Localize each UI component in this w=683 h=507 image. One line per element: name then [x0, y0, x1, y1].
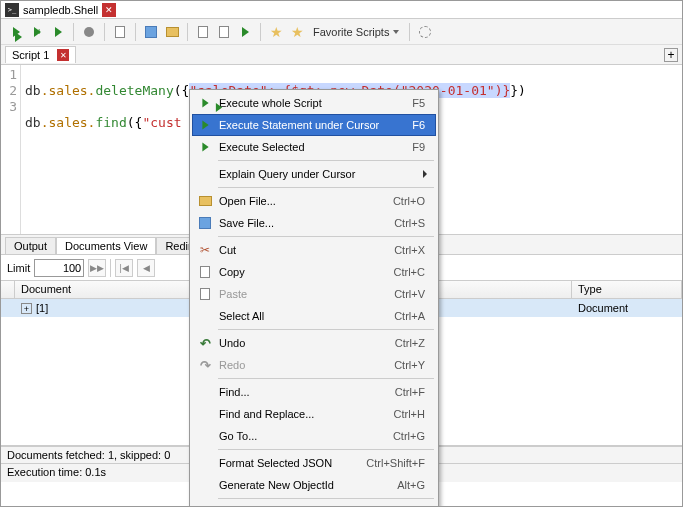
menu-item-open-file-[interactable]: Open File...Ctrl+O: [192, 190, 436, 212]
menu-item-save-file-[interactable]: Save File...Ctrl+S: [192, 212, 436, 234]
type-cell: Document: [572, 301, 682, 315]
line-gutter: 123: [1, 65, 21, 234]
menu-item-cut[interactable]: ✂CutCtrl+X: [192, 239, 436, 261]
main-toolbar: I ★ ★ Favorite Scripts: [1, 19, 682, 45]
explain-button[interactable]: [111, 23, 129, 41]
shell-icon: [5, 3, 19, 17]
menu-item-undo[interactable]: ↶UndoCtrl+Z: [192, 332, 436, 354]
next-page-button[interactable]: ▶▶: [88, 259, 106, 277]
menu-item-find-[interactable]: Find...Ctrl+F: [192, 381, 436, 403]
docs-icon: [195, 266, 215, 278]
favorite-scripts-dropdown[interactable]: Favorite Scripts: [309, 26, 403, 38]
expand-icon[interactable]: +: [21, 303, 32, 314]
submenu-arrow-icon: [423, 170, 427, 178]
run-button[interactable]: [236, 23, 254, 41]
save-button[interactable]: [142, 23, 160, 41]
menu-item-go-to-[interactable]: Go To...Ctrl+G: [192, 425, 436, 447]
limit-label: Limit: [7, 262, 30, 274]
menu-item-copy[interactable]: CopyCtrl+C: [192, 261, 436, 283]
paste-icon: [195, 288, 215, 300]
menu-item-format-selected-json[interactable]: Format Selected JSONCtrl+Shift+F: [192, 452, 436, 474]
limit-input[interactable]: [34, 259, 84, 277]
menu-item-explain-query-under-cursor[interactable]: Explain Query under Cursor: [192, 163, 436, 185]
script-tab-1[interactable]: Script 1 ✕: [5, 46, 76, 63]
close-tab-icon[interactable]: ✕: [102, 3, 116, 17]
close-script-icon[interactable]: ✕: [57, 49, 69, 61]
menu-item-generate-new-objectid[interactable]: Generate New ObjectIdAlt+G: [192, 474, 436, 496]
favorite-icon[interactable]: ★: [288, 23, 306, 41]
edit-button[interactable]: [194, 23, 212, 41]
menu-item-paste: PasteCtrl+V: [192, 283, 436, 305]
execute-script-button[interactable]: [7, 23, 25, 41]
play-i-icon: [195, 120, 215, 130]
scis-icon: ✂: [195, 243, 215, 257]
tab-documents-view[interactable]: Documents View: [56, 237, 156, 254]
open-button[interactable]: [163, 23, 181, 41]
title-bar: sampledb.Shell ✕: [1, 1, 682, 19]
col-type[interactable]: Type: [572, 281, 682, 298]
add-favorite-button[interactable]: ★: [267, 23, 285, 41]
settings-button[interactable]: [416, 23, 434, 41]
undo-icon: ↶: [195, 336, 215, 351]
doc-cell: [1]: [36, 302, 48, 314]
context-menu: Execute whole ScriptF5Execute Statement …: [189, 89, 439, 507]
menu-item-advanced[interactable]: Advanced: [192, 501, 436, 507]
execute-statement-button[interactable]: I: [28, 23, 46, 41]
new-script-button[interactable]: +: [664, 48, 678, 62]
doc-button[interactable]: [215, 23, 233, 41]
menu-item-execute-statement-under-cursor[interactable]: Execute Statement under CursorF6: [192, 114, 436, 136]
play-dbl-icon: [195, 98, 215, 108]
menu-item-find-and-replace-[interactable]: Find and Replace...Ctrl+H: [192, 403, 436, 425]
play-icon: [195, 142, 215, 152]
window-title: sampledb.Shell: [23, 4, 98, 16]
stop-button[interactable]: [80, 23, 98, 41]
menu-item-execute-selected[interactable]: Execute SelectedF9: [192, 136, 436, 158]
redo-icon: ↷: [195, 358, 215, 373]
disk-icon: [195, 217, 215, 229]
first-button[interactable]: |◀: [115, 259, 133, 277]
script-tabs: Script 1 ✕ +: [1, 45, 682, 65]
script-tab-label: Script 1: [12, 49, 49, 61]
menu-item-redo: ↷RedoCtrl+Y: [192, 354, 436, 376]
menu-item-select-all[interactable]: Select AllCtrl+A: [192, 305, 436, 327]
folder-icon: [195, 196, 215, 206]
execute-selected-button[interactable]: [49, 23, 67, 41]
tab-output[interactable]: Output: [5, 237, 56, 254]
prev-button[interactable]: ◀: [137, 259, 155, 277]
menu-item-execute-whole-script[interactable]: Execute whole ScriptF5: [192, 92, 436, 114]
